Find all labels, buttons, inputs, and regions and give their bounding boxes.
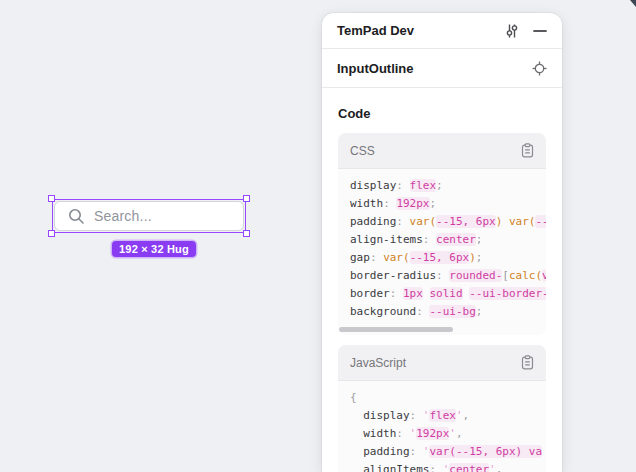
resize-handle-bottom-right[interactable] xyxy=(243,230,250,237)
code-line: border: 1px solid --ui-border- xyxy=(350,285,546,303)
code-line: { xyxy=(350,389,546,407)
magnifier-icon xyxy=(68,208,85,225)
code-block-javascript: JavaScript { display: 'flex', width: '19… xyxy=(338,345,546,472)
selection-box: Search... xyxy=(52,199,246,233)
selected-node-name: InputOutline xyxy=(337,61,532,76)
code-line: display: 'flex', xyxy=(350,407,546,425)
resize-handle-top-right[interactable] xyxy=(243,195,250,202)
search-input[interactable]: Search... xyxy=(54,201,244,231)
code-section-heading: Code xyxy=(338,106,546,121)
horizontal-scrollbar[interactable] xyxy=(339,327,453,332)
cursor-fragment xyxy=(630,0,636,7)
crosshair-icon[interactable] xyxy=(532,61,547,76)
code-line: background: --ui-bg; xyxy=(350,303,546,321)
code-line: width: 192px; xyxy=(350,195,546,213)
code-line: display: flex; xyxy=(350,177,546,195)
code-block-label: JavaScript xyxy=(350,356,406,370)
code-block-css: CSS display: flex;width: 192px;padding: … xyxy=(338,133,546,335)
search-placeholder: Search... xyxy=(94,208,152,224)
code-line: gap: var(--15, 6px); xyxy=(350,249,546,267)
code-line: padding: var(--15, 6px) var(-- xyxy=(350,213,546,231)
clipboard-icon[interactable] xyxy=(521,355,534,370)
resize-handle-top-left[interactable] xyxy=(48,195,55,202)
minimize-icon[interactable] xyxy=(533,24,547,38)
resize-handle-bottom-left[interactable] xyxy=(48,230,55,237)
panel-title: TemPad Dev xyxy=(337,23,504,38)
code-block-body: display: flex;width: 192px;padding: var(… xyxy=(338,169,546,335)
size-badge: 192 × 32 Hug xyxy=(112,241,196,257)
code-block-header: CSS xyxy=(338,133,546,169)
code-block-label: CSS xyxy=(350,144,375,158)
panel-header[interactable]: TemPad Dev xyxy=(322,13,562,49)
code-line: width: '192px', xyxy=(350,425,546,443)
clipboard-icon[interactable] xyxy=(521,143,534,158)
code-line: border-radius: rounded-[calc(va xyxy=(350,267,546,285)
tempad-dev-panel: TemPad Dev InputOutline xyxy=(322,13,562,472)
code-block-body: { display: 'flex', width: '192px', paddi… xyxy=(338,381,546,472)
code-line: align-items: center; xyxy=(350,231,546,249)
code-line: padding: 'var(--15, 6px) va xyxy=(350,443,546,461)
code-block-header: JavaScript xyxy=(338,345,546,381)
selected-node-row: InputOutline xyxy=(322,49,562,88)
code-line: alignItems: 'center', xyxy=(350,461,546,472)
sliders-icon[interactable] xyxy=(504,23,520,39)
code-section: Code CSS display: flex;width: 192px;padd… xyxy=(322,106,562,472)
